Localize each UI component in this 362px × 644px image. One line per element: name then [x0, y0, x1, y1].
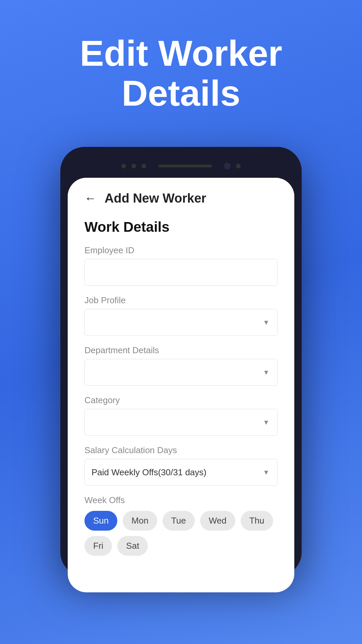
day-chip-sun[interactable]: Sun	[84, 511, 117, 531]
phone-screen: ← Add New Worker Work Details Employee I…	[68, 178, 294, 592]
day-chip-wed[interactable]: Wed	[200, 511, 235, 531]
camera-dot-1	[121, 164, 126, 168]
salary-calc-group: Salary Calculation Days Paid Weekly Offs…	[84, 445, 278, 486]
page-title: Edit Worker Details	[64, 34, 298, 113]
camera-area	[121, 163, 241, 169]
job-profile-wrapper	[84, 309, 278, 336]
screen-content: ← Add New Worker Work Details Employee I…	[68, 178, 294, 569]
week-offs-section: Week Offs Sun Mon Tue Wed Thu Fri Sat	[84, 495, 278, 556]
job-profile-label: Job Profile	[84, 295, 278, 306]
employee-id-label: Employee ID	[84, 245, 278, 256]
category-select[interactable]	[84, 409, 278, 436]
day-chip-thu[interactable]: Thu	[241, 511, 273, 531]
day-chip-fri[interactable]: Fri	[84, 536, 112, 556]
job-profile-group: Job Profile	[84, 295, 278, 336]
week-offs-label: Week Offs	[84, 495, 278, 505]
category-group: Category	[84, 395, 278, 436]
category-wrapper	[84, 409, 278, 436]
salary-calc-wrapper: Paid Weekly Offs(30/31 days) Unpaid Week…	[84, 459, 278, 486]
day-chip-tue[interactable]: Tue	[163, 511, 195, 531]
employee-id-group: Employee ID	[84, 245, 278, 286]
section-title: Work Details	[84, 219, 278, 235]
back-button[interactable]: ←	[84, 191, 97, 205]
category-label: Category	[84, 395, 278, 406]
front-camera	[224, 163, 231, 169]
department-wrapper	[84, 359, 278, 386]
day-chip-mon[interactable]: Mon	[123, 511, 157, 531]
camera-dot-3	[141, 164, 146, 168]
screen-title: Add New Worker	[105, 191, 206, 206]
salary-calc-label: Salary Calculation Days	[84, 445, 278, 455]
employee-id-input[interactable]	[84, 259, 278, 286]
day-chip-sat[interactable]: Sat	[117, 536, 148, 556]
phone-top-bar	[68, 154, 294, 178]
department-label: Department Details	[84, 345, 278, 356]
sensor-dot	[236, 164, 241, 168]
department-details-group: Department Details	[84, 345, 278, 386]
days-row: Sun Mon Tue Wed Thu Fri Sat	[84, 511, 278, 556]
job-profile-select[interactable]	[84, 309, 278, 336]
department-select[interactable]	[84, 359, 278, 386]
top-nav: ← Add New Worker	[84, 191, 278, 206]
phone-mockup: ← Add New Worker Work Details Employee I…	[60, 147, 302, 576]
salary-calc-select[interactable]: Paid Weekly Offs(30/31 days) Unpaid Week…	[84, 459, 278, 486]
camera-dot-2	[131, 164, 136, 168]
notch-bar	[158, 165, 212, 167]
